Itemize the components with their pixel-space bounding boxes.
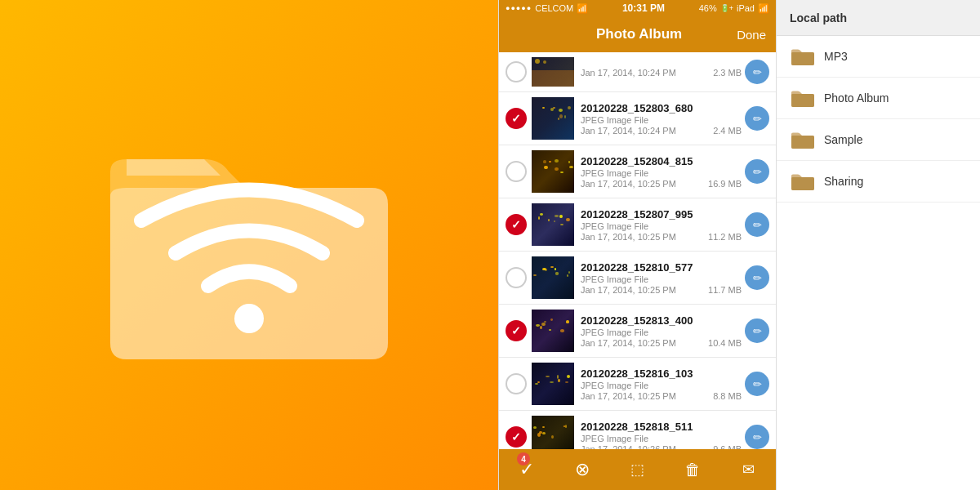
list-item[interactable]: 20120228_152804_815JPEG Image FileJan 17… <box>499 145 776 198</box>
file-type: JPEG Image File <box>581 221 742 231</box>
file-date: Jan 17, 2014, 10:25 PM10.4 MB <box>581 338 742 348</box>
edit-button[interactable] <box>745 372 769 396</box>
file-thumbnail <box>532 150 574 193</box>
edit-button[interactable] <box>745 159 769 184</box>
status-right: 46% 🔋+ iPad 📶 <box>699 3 769 14</box>
edit-button[interactable] <box>745 106 769 131</box>
file-thumbnail <box>532 57 574 87</box>
file-info: 20120228_152804_815JPEG Image FileJan 17… <box>581 155 742 189</box>
file-thumbnail <box>532 416 574 449</box>
app-icon-panel <box>0 0 498 490</box>
file-name: 20120228_152803_680 <box>581 102 742 114</box>
file-size: 10.4 MB <box>708 338 742 348</box>
list-item[interactable]: 20120228_152818_511JPEG Image FileJan 17… <box>499 411 776 449</box>
edit-button[interactable] <box>745 318 769 343</box>
file-type: JPEG Image File <box>581 274 742 284</box>
edit-button[interactable] <box>745 265 769 290</box>
file-name: 20120228_152816_103 <box>581 368 742 380</box>
folder-item[interactable]: Sample <box>777 119 980 161</box>
list-item[interactable]: 20120228_152807_995JPEG Image FileJan 17… <box>499 198 776 252</box>
folder-wifi-icon <box>94 114 404 376</box>
folder-icon <box>790 129 816 150</box>
file-size: 11.2 MB <box>708 232 742 242</box>
file-name: 20120228_152818_511 <box>581 421 742 433</box>
file-info: 20120228_152803_680JPEG Image FileJan 17… <box>581 102 742 136</box>
file-thumbnail <box>532 310 574 352</box>
right-panel: Local path MP3 Photo Album Sample Sharin… <box>776 0 980 490</box>
carrier-label: CELCOM <box>535 3 573 13</box>
file-info: 20120228_152813_400JPEG Image FileJan 17… <box>581 314 742 348</box>
folder-name: Photo Album <box>824 91 889 105</box>
file-thumbnail <box>532 363 574 405</box>
folder-item[interactable]: Photo Album <box>777 78 980 119</box>
battery-icon: 🔋+ <box>720 4 733 12</box>
file-checkbox[interactable] <box>506 373 527 394</box>
file-name: 20120228_152813_400 <box>581 314 742 327</box>
file-type: JPEG Image File <box>581 115 742 125</box>
wifi-icon: 📶 <box>577 3 588 14</box>
folder-item[interactable]: Sharing <box>777 161 980 203</box>
file-checkbox[interactable] <box>506 426 527 448</box>
folder-name: Sharing <box>824 175 863 188</box>
time-label: 10:31 PM <box>622 2 665 14</box>
list-item[interactable]: 20120228_152810_577JPEG Image FileJan 17… <box>499 252 776 305</box>
file-checkbox[interactable] <box>506 320 527 341</box>
navigation-bar: Photo Album Done <box>499 16 776 52</box>
status-left: ●●●●● CELCOM 📶 <box>506 3 588 14</box>
trash-button[interactable]: 🗑 <box>678 455 707 484</box>
file-thumbnail <box>532 203 574 246</box>
nav-title: Photo Album <box>596 26 682 42</box>
list-item[interactable]: 20120228_152816_103JPEG Image FileJan 17… <box>499 358 776 411</box>
file-type: JPEG Image File <box>581 381 742 390</box>
done-button[interactable]: Done <box>737 28 766 42</box>
device-label: iPad <box>737 3 755 13</box>
file-type: JPEG Image File <box>581 327 742 337</box>
file-date: Jan 17, 2014, 10:25 PM11.7 MB <box>581 285 742 295</box>
file-size: 11.7 MB <box>708 285 742 295</box>
folder-icon <box>790 171 816 192</box>
file-size: 2.3 MB <box>713 68 742 78</box>
file-size: 8.8 MB <box>713 391 742 401</box>
folder-icon <box>790 46 816 67</box>
cancel-button[interactable]: ⊗ <box>568 455 597 484</box>
file-name: 20120228_152810_577 <box>581 261 742 274</box>
folder-icon <box>790 87 816 109</box>
file-info: 20120228_152816_103JPEG Image FileJan 17… <box>581 368 742 401</box>
edit-button[interactable] <box>745 60 769 84</box>
file-size: 16.9 MB <box>708 179 742 189</box>
file-checkbox[interactable] <box>506 267 527 288</box>
file-info: Jan 17, 2014, 10:24 PM 2.3 MB <box>581 67 742 78</box>
svg-point-0 <box>234 304 264 333</box>
status-bar: ●●●●● CELCOM 📶 10:31 PM 46% 🔋+ iPad 📶 <box>499 0 776 16</box>
file-checkbox[interactable] <box>506 61 527 82</box>
signal-dots: ●●●●● <box>506 4 532 12</box>
battery-label: 46% <box>699 3 717 13</box>
mail-button[interactable]: ✉ <box>733 455 763 484</box>
file-checkbox[interactable] <box>506 161 527 182</box>
file-list: Jan 17, 2014, 10:24 PM 2.3 MB 20120228_1… <box>499 52 776 449</box>
file-list-panel: ●●●●● CELCOM 📶 10:31 PM 46% 🔋+ iPad 📶 Ph… <box>498 0 776 490</box>
file-type: JPEG Image File <box>581 434 742 443</box>
file-checkbox[interactable] <box>506 108 527 129</box>
file-info: 20120228_152810_577JPEG Image FileJan 17… <box>581 261 742 295</box>
folder-list: MP3 Photo Album Sample Sharing <box>777 36 980 203</box>
file-items-container: 20120228_152803_680JPEG Image FileJan 17… <box>499 92 776 449</box>
list-item[interactable]: 20120228_152813_400JPEG Image FileJan 17… <box>499 305 776 358</box>
frame-button[interactable]: ⬚ <box>622 455 652 484</box>
file-size: 2.4 MB <box>713 126 742 136</box>
badge-count: 4 <box>517 452 530 466</box>
folder-item[interactable]: MP3 <box>777 36 980 78</box>
right-panel-title: Local path <box>777 0 980 36</box>
edit-button[interactable] <box>745 212 769 237</box>
file-date: Jan 17, 2014, 10:24 PM 2.3 MB <box>581 68 742 78</box>
file-date: Jan 17, 2014, 10:25 PM16.9 MB <box>581 179 742 189</box>
file-thumbnail <box>532 97 574 140</box>
file-date: Jan 17, 2014, 10:25 PM11.2 MB <box>581 232 742 242</box>
edit-button[interactable] <box>745 425 769 449</box>
folder-name: Sample <box>824 133 862 146</box>
file-info: 20120228_152807_995JPEG Image FileJan 17… <box>581 208 742 242</box>
list-item[interactable]: 20120228_152803_680JPEG Image FileJan 17… <box>499 92 776 145</box>
file-checkbox[interactable] <box>506 214 527 235</box>
list-item[interactable]: Jan 17, 2014, 10:24 PM 2.3 MB <box>499 52 776 92</box>
file-date: Jan 17, 2014, 10:25 PM8.8 MB <box>581 391 742 401</box>
